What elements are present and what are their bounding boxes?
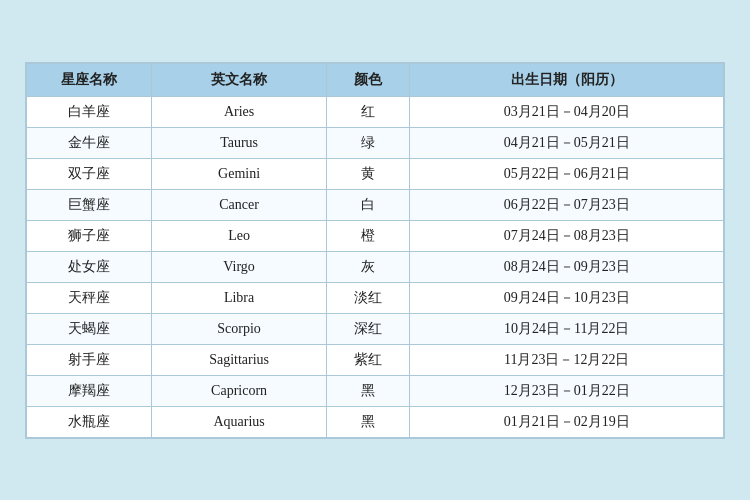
cell-color: 黑: [326, 406, 410, 437]
table-row: 双子座Gemini黄05月22日－06月21日: [27, 158, 724, 189]
cell-color: 绿: [326, 127, 410, 158]
cell-date: 05月22日－06月21日: [410, 158, 724, 189]
header-chinese: 星座名称: [27, 63, 152, 96]
table-row: 天秤座Libra淡红09月24日－10月23日: [27, 282, 724, 313]
cell-chinese: 白羊座: [27, 96, 152, 127]
cell-date: 01月21日－02月19日: [410, 406, 724, 437]
zodiac-table-container: 星座名称 英文名称 颜色 出生日期（阳历） 白羊座Aries红03月21日－04…: [25, 62, 725, 439]
cell-color: 黑: [326, 375, 410, 406]
cell-chinese: 金牛座: [27, 127, 152, 158]
table-row: 金牛座Taurus绿04月21日－05月21日: [27, 127, 724, 158]
cell-english: Taurus: [152, 127, 326, 158]
cell-chinese: 水瓶座: [27, 406, 152, 437]
cell-color: 白: [326, 189, 410, 220]
cell-date: 10月24日－11月22日: [410, 313, 724, 344]
table-row: 水瓶座Aquarius黑01月21日－02月19日: [27, 406, 724, 437]
cell-date: 08月24日－09月23日: [410, 251, 724, 282]
cell-date: 04月21日－05月21日: [410, 127, 724, 158]
header-color: 颜色: [326, 63, 410, 96]
cell-color: 橙: [326, 220, 410, 251]
cell-date: 12月23日－01月22日: [410, 375, 724, 406]
header-english: 英文名称: [152, 63, 326, 96]
cell-chinese: 摩羯座: [27, 375, 152, 406]
cell-color: 灰: [326, 251, 410, 282]
table-row: 狮子座Leo橙07月24日－08月23日: [27, 220, 724, 251]
cell-english: Capricorn: [152, 375, 326, 406]
cell-chinese: 狮子座: [27, 220, 152, 251]
cell-color: 黄: [326, 158, 410, 189]
cell-date: 11月23日－12月22日: [410, 344, 724, 375]
cell-english: Aries: [152, 96, 326, 127]
cell-chinese: 巨蟹座: [27, 189, 152, 220]
cell-english: Libra: [152, 282, 326, 313]
table-row: 巨蟹座Cancer白06月22日－07月23日: [27, 189, 724, 220]
cell-chinese: 处女座: [27, 251, 152, 282]
cell-date: 06月22日－07月23日: [410, 189, 724, 220]
cell-color: 淡红: [326, 282, 410, 313]
cell-english: Scorpio: [152, 313, 326, 344]
cell-chinese: 天秤座: [27, 282, 152, 313]
table-header-row: 星座名称 英文名称 颜色 出生日期（阳历）: [27, 63, 724, 96]
cell-english: Cancer: [152, 189, 326, 220]
cell-english: Virgo: [152, 251, 326, 282]
cell-english: Gemini: [152, 158, 326, 189]
table-row: 处女座Virgo灰08月24日－09月23日: [27, 251, 724, 282]
cell-date: 03月21日－04月20日: [410, 96, 724, 127]
table-row: 射手座Sagittarius紫红11月23日－12月22日: [27, 344, 724, 375]
cell-chinese: 射手座: [27, 344, 152, 375]
cell-chinese: 天蝎座: [27, 313, 152, 344]
cell-english: Leo: [152, 220, 326, 251]
cell-color: 紫红: [326, 344, 410, 375]
cell-date: 07月24日－08月23日: [410, 220, 724, 251]
header-date: 出生日期（阳历）: [410, 63, 724, 96]
cell-color: 红: [326, 96, 410, 127]
cell-color: 深红: [326, 313, 410, 344]
cell-chinese: 双子座: [27, 158, 152, 189]
table-row: 摩羯座Capricorn黑12月23日－01月22日: [27, 375, 724, 406]
table-row: 白羊座Aries红03月21日－04月20日: [27, 96, 724, 127]
cell-english: Aquarius: [152, 406, 326, 437]
table-row: 天蝎座Scorpio深红10月24日－11月22日: [27, 313, 724, 344]
cell-date: 09月24日－10月23日: [410, 282, 724, 313]
cell-english: Sagittarius: [152, 344, 326, 375]
zodiac-table: 星座名称 英文名称 颜色 出生日期（阳历） 白羊座Aries红03月21日－04…: [26, 63, 724, 438]
